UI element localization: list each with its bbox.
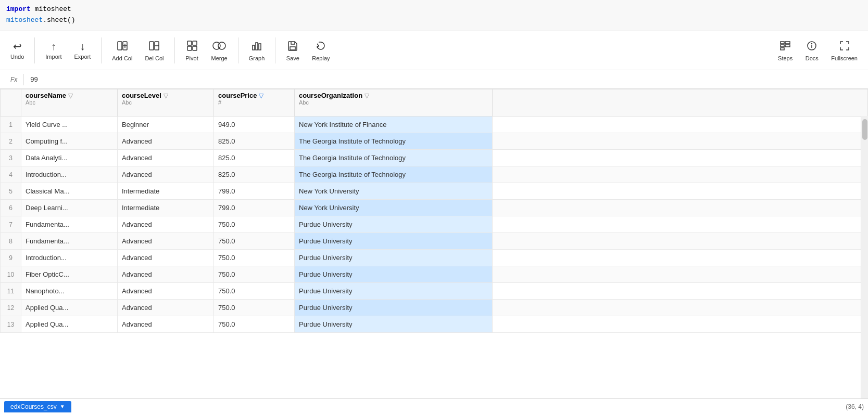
cell-courseorg[interactable]: Purdue University <box>295 233 493 250</box>
pivot-button[interactable]: Pivot <box>179 37 205 64</box>
cell-courseprice[interactable]: 799.0 <box>214 183 295 200</box>
index-header <box>1 89 21 117</box>
table-row[interactable]: 12 Applied Qua... Advanced 750.0 Purdue … <box>1 300 868 316</box>
cell-courseprice[interactable]: 825.0 <box>214 133 295 150</box>
cell-coursename[interactable]: Applied Qua... <box>21 300 118 316</box>
table-row[interactable]: 2 Computing f... Advanced 825.0 The Geor… <box>1 133 868 150</box>
spreadsheet-container: courseName ▽ Abc courseLevel ▽ <box>0 89 868 398</box>
cell-courseorg[interactable]: Purdue University <box>295 300 493 316</box>
cell-courseorg[interactable]: New York University <box>295 183 493 200</box>
cell-courseorg[interactable]: The Georgia Institute of Technology <box>295 166 493 183</box>
cell-courselevel[interactable]: Intermediate <box>118 200 214 216</box>
cell-courselevel[interactable]: Advanced <box>118 266 214 283</box>
merge-button[interactable]: Merge <box>205 37 234 64</box>
cell-courseorg[interactable]: The Georgia Institute of Technology <box>295 150 493 166</box>
cell-courseorg[interactable]: Purdue University <box>295 266 493 283</box>
col-header-coursename[interactable]: courseName ▽ Abc <box>21 89 118 117</box>
cell-coursename[interactable]: Nanophoto... <box>21 283 118 300</box>
sheet-tab[interactable]: edxCourses_csv ▼ <box>4 401 71 412</box>
cell-courseprice[interactable]: 750.0 <box>214 233 295 250</box>
cell-courseprice[interactable]: 825.0 <box>214 150 295 166</box>
docs-button[interactable]: Docs <box>799 37 825 64</box>
cell-courseprice[interactable]: 799.0 <box>214 200 295 216</box>
cell-coursename[interactable]: Applied Qua... <box>21 316 118 333</box>
cell-empty <box>493 200 868 216</box>
cell-courselevel[interactable]: Intermediate <box>118 183 214 200</box>
filter-icon-coursename[interactable]: ▽ <box>68 92 73 99</box>
save-button[interactable]: Save <box>280 37 306 64</box>
table-row[interactable]: 8 Fundamenta... Advanced 750.0 Purdue Un… <box>1 233 868 250</box>
col-header-courselevel[interactable]: courseLevel ▽ Abc <box>118 89 214 117</box>
cell-courseprice[interactable]: 750.0 <box>214 283 295 300</box>
col-header-courseprice[interactable]: coursePrice ▽ # <box>214 89 295 117</box>
cell-courseorg[interactable]: New York University <box>295 200 493 216</box>
cell-courseorg[interactable]: Purdue University <box>295 216 493 233</box>
scrollbar[interactable] <box>861 116 868 398</box>
cell-coursename[interactable]: Yield Curve ... <box>21 117 118 133</box>
cell-courselevel[interactable]: Advanced <box>118 233 214 250</box>
table-row[interactable]: 6 Deep Learni... Intermediate 799.0 New … <box>1 200 868 216</box>
cell-courseprice[interactable]: 750.0 <box>214 300 295 316</box>
cell-coursename[interactable]: Fundamenta... <box>21 216 118 233</box>
undo-button[interactable]: ↩ Undo <box>4 38 30 63</box>
table-row[interactable]: 3 Data Analyti... Advanced 825.0 The Geo… <box>1 150 868 166</box>
cell-courseprice[interactable]: 750.0 <box>214 216 295 233</box>
cell-coursename[interactable]: Classical Ma... <box>21 183 118 200</box>
steps-button[interactable]: Steps <box>772 37 799 64</box>
table-row[interactable]: 7 Fundamenta... Advanced 750.0 Purdue Un… <box>1 216 868 233</box>
replay-button[interactable]: Replay <box>306 37 336 64</box>
graph-button[interactable]: Graph <box>243 37 271 64</box>
fullscreen-icon <box>839 40 850 53</box>
cell-courselevel[interactable]: Beginner <box>118 117 214 133</box>
cell-courseorg[interactable]: Purdue University <box>295 316 493 333</box>
addcol-button[interactable]: Add Col <box>106 37 139 64</box>
cell-courseorg[interactable]: Purdue University <box>295 250 493 266</box>
cell-courselevel[interactable]: Advanced <box>118 150 214 166</box>
cell-courseorg[interactable]: New York Institute of Finance <box>295 117 493 133</box>
cell-courselevel[interactable]: Advanced <box>118 316 214 333</box>
export-button[interactable]: ↓ Export <box>68 38 97 63</box>
table-row[interactable]: 9 Introduction... Advanced 750.0 Purdue … <box>1 250 868 266</box>
filter-icon-courselevel[interactable]: ▽ <box>163 92 168 99</box>
fullscreen-button[interactable]: Fullscreen <box>825 37 864 64</box>
cell-courseorg[interactable]: The Georgia Institute of Technology <box>295 133 493 150</box>
table-row[interactable]: 13 Applied Qua... Advanced 750.0 Purdue … <box>1 316 868 333</box>
cell-courseprice[interactable]: 750.0 <box>214 250 295 266</box>
cell-courselevel[interactable]: Advanced <box>118 283 214 300</box>
cell-coursename[interactable]: Fiber OpticC... <box>21 266 118 283</box>
cell-courseprice[interactable]: 750.0 <box>214 316 295 333</box>
cell-coursename[interactable]: Introduction... <box>21 250 118 266</box>
cell-courselevel[interactable]: Advanced <box>118 250 214 266</box>
scrollable-body[interactable]: courseName ▽ Abc courseLevel ▽ <box>0 89 868 398</box>
table-row[interactable]: 5 Classical Ma... Intermediate 799.0 New… <box>1 183 868 200</box>
table-row[interactable]: 1 Yield Curve ... Beginner 949.0 New Yor… <box>1 117 868 133</box>
cell-courseprice[interactable]: 825.0 <box>214 166 295 183</box>
cell-coursename[interactable]: Computing f... <box>21 133 118 150</box>
table-row[interactable]: 4 Introduction... Advanced 825.0 The Geo… <box>1 166 868 183</box>
cell-coursename[interactable]: Fundamenta... <box>21 233 118 250</box>
row-index: 5 <box>1 183 21 200</box>
cell-coursename[interactable]: Introduction... <box>21 166 118 183</box>
cell-coursename[interactable]: Data Analyti... <box>21 150 118 166</box>
function-call-2: .sheet() <box>43 16 75 24</box>
cell-courseprice[interactable]: 949.0 <box>214 117 295 133</box>
cell-courseprice[interactable]: 750.0 <box>214 266 295 283</box>
cell-courseorg[interactable]: Purdue University <box>295 283 493 300</box>
table-row[interactable]: 11 Nanophoto... Advanced 750.0 Purdue Un… <box>1 283 868 300</box>
import-button[interactable]: ↑ Import <box>39 38 68 63</box>
filter-icon-courseorg[interactable]: ▽ <box>364 92 369 99</box>
cell-courselevel[interactable]: Advanced <box>118 133 214 150</box>
col-header-courseorg[interactable]: courseOrganization ▽ Abc <box>295 89 493 117</box>
cell-courselevel[interactable]: Advanced <box>118 216 214 233</box>
filter-icon-courseprice[interactable]: ▽ <box>259 92 263 99</box>
table-row[interactable]: 10 Fiber OpticC... Advanced 750.0 Purdue… <box>1 266 868 283</box>
delcol-button[interactable]: Del Col <box>139 37 170 64</box>
cell-coursename[interactable]: Deep Learni... <box>21 200 118 216</box>
scrollbar-thumb[interactable] <box>862 119 867 140</box>
sheet-dropdown-arrow[interactable]: ▼ <box>60 404 65 409</box>
toolbar-right: Steps Docs Fullscreen <box>772 37 864 64</box>
cell-courselevel[interactable]: Advanced <box>118 166 214 183</box>
addcol-label: Add Col <box>112 55 132 61</box>
divider-5 <box>275 37 275 63</box>
cell-courselevel[interactable]: Advanced <box>118 300 214 316</box>
